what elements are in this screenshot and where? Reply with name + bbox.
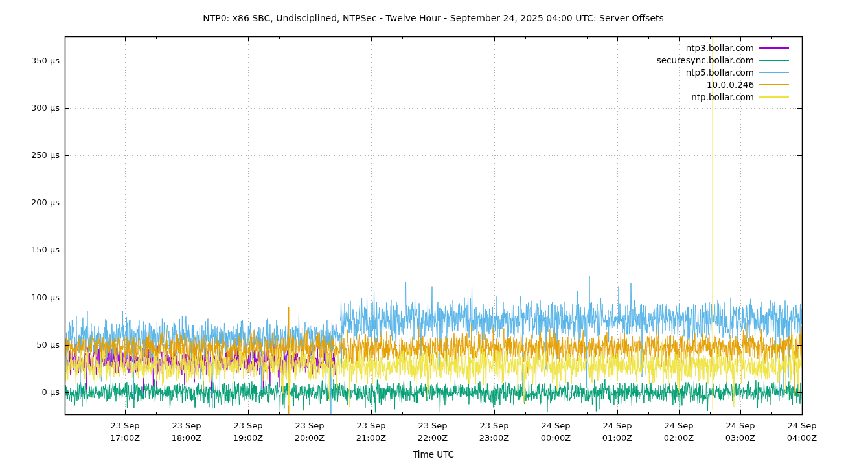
legend-line-sample xyxy=(759,72,789,73)
x-tick-label: 23 Sep 19:00Z xyxy=(217,419,279,444)
x-tick-label: 23 Sep 17:00Z xyxy=(94,419,156,444)
legend-line-sample xyxy=(759,84,789,85)
legend-item: 10.0.0.246 xyxy=(707,78,789,91)
legend-line-sample xyxy=(759,47,789,49)
chart-title: NTP0: x86 SBC, Undisciplined, NTPSec - T… xyxy=(65,13,802,24)
x-tick-label: 23 Sep 23:00Z xyxy=(463,419,525,444)
legend-item: ntp3.bollar.com xyxy=(686,41,789,54)
x-tick-label: 23 Sep 20:00Z xyxy=(279,419,341,444)
y-tick-label: 100 µs xyxy=(0,293,60,303)
legend-line-sample xyxy=(759,96,789,98)
y-tick-label: 350 µs xyxy=(0,56,60,66)
legend-label: ntp3.bollar.com xyxy=(686,43,754,53)
y-tick-label: 50 µs xyxy=(0,340,60,350)
x-tick-label: 23 Sep 18:00Z xyxy=(155,419,218,444)
x-tick-label: 24 Sep 02:00Z xyxy=(648,419,710,444)
y-tick-label: 300 µs xyxy=(0,103,60,113)
y-tick-label: 150 µs xyxy=(0,245,60,255)
x-tick-label: 23 Sep 21:00Z xyxy=(340,419,402,444)
legend-item: ntp.bollar.com xyxy=(691,91,789,103)
x-tick-label: 24 Sep 04:00Z xyxy=(771,419,833,444)
ntp-server-offsets-chart: NTP0: x86 SBC, Undisciplined, NTPSec - T… xyxy=(0,0,868,466)
legend-label: securesync.bollar.com xyxy=(657,55,754,65)
x-tick-label: 24 Sep 03:00Z xyxy=(709,419,771,444)
legend-item: ntp5.bollar.com xyxy=(686,66,789,78)
y-tick-label: 0 µs xyxy=(0,387,60,397)
legend-label: ntp5.bollar.com xyxy=(686,67,754,78)
x-tick-label: 24 Sep 01:00Z xyxy=(586,419,648,444)
legend: ntp3.bollar.comsecuresync.bollar.comntp5… xyxy=(657,41,789,103)
x-axis-title: Time UTC xyxy=(65,449,802,460)
legend-label: 10.0.0.246 xyxy=(707,80,754,90)
y-tick-label: 250 µs xyxy=(0,150,60,161)
x-tick-label: 23 Sep 22:00Z xyxy=(402,419,464,444)
y-tick-label: 200 µs xyxy=(0,197,60,208)
legend-line-sample xyxy=(759,60,789,61)
legend-item: securesync.bollar.com xyxy=(657,54,789,66)
x-tick-label: 24 Sep 00:00Z xyxy=(525,419,587,444)
legend-label: ntp.bollar.com xyxy=(691,92,754,102)
